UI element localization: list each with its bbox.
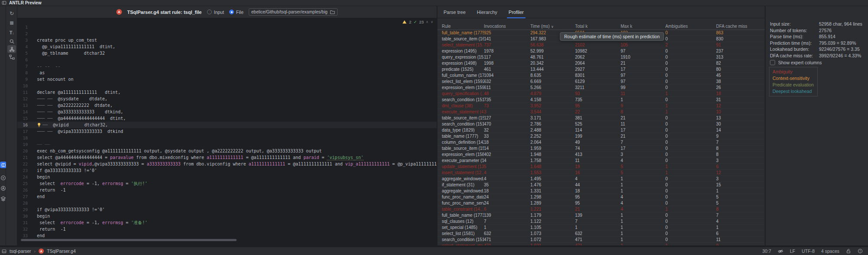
- next-problem-icon[interactable]: ∨: [431, 20, 433, 24]
- search-icon[interactable]: [7, 37, 16, 45]
- profiler-row[interactable]: sql_clauses (12)71.1227104: [437, 219, 765, 225]
- breadcrumb-file[interactable]: TSqlParser.g4: [47, 248, 76, 254]
- profiler-row[interactable]: select_statement (15...73756.63821021052…: [437, 42, 765, 48]
- code-line[interactable]: 1: [17, 24, 437, 30]
- code-line[interactable]: 12─── ── @sysdate dtdate,: [17, 96, 437, 102]
- column-header[interactable]: Rule: [437, 23, 484, 30]
- profiler-row[interactable]: update_statement (13...51.64819516: [437, 164, 765, 170]
- code-line[interactable]: 10: [17, 83, 437, 89]
- profiler-row[interactable]: data_type (1829)322.48811417014: [437, 127, 765, 133]
- code-line[interactable]: 15─── ── @a4444444444444444 dtint,: [17, 115, 437, 122]
- profiler-row[interactable]: search_condition (1516)4711.0724711011: [437, 237, 765, 243]
- code-line[interactable]: 13─── ── @a2222222222 dtdate,: [17, 102, 437, 109]
- profiler-row[interactable]: table_source_item (15...141.959741708: [437, 146, 765, 152]
- intention-bulb-icon[interactable]: [37, 122, 43, 129]
- panel-corner-icon[interactable]: [2, 249, 7, 254]
- horizontal-scrollbar[interactable]: [21, 239, 237, 241]
- line-ending-widget[interactable]: LF: [790, 248, 795, 254]
- profiler-row[interactable]: table_name (1777)332.2521992109: [437, 133, 765, 139]
- breadcrumb-project[interactable]: tsql-parser: [10, 248, 31, 254]
- profiler-row[interactable]: if_statement (31)351.476441015: [437, 182, 765, 188]
- profiler-row[interactable]: insert_statement (12...41.553165112: [437, 170, 765, 176]
- code-line[interactable]: 3create proc up_com_test: [17, 37, 437, 43]
- profiler-row[interactable]: column_definition (1421)182.06449707: [437, 139, 765, 146]
- code-line[interactable]: 27end: [17, 193, 437, 200]
- code-line[interactable]: 21select @a4444444444444444 = paravalue …: [17, 154, 437, 161]
- profiler-row[interactable]: table_constraint (14...61.22121418: [437, 206, 765, 212]
- code-line[interactable]: 29if @vipa333333333333 !='0': [17, 206, 437, 213]
- profiler-row[interactable]: query_expression (1527)11748.76120621910…: [437, 54, 765, 60]
- eye-off-icon[interactable]: [778, 248, 783, 254]
- scroll-to-source-icon[interactable]: T↓: [7, 29, 16, 36]
- column-header[interactable]: DFA cache miss: [716, 23, 765, 30]
- code-editor[interactable]: 123create proc up_com_test4 @p_vipa11111…: [17, 18, 437, 245]
- profiler-row[interactable]: full_column_name (17...10948.63583019704…: [437, 73, 765, 79]
- tab-hierarchy[interactable]: Hierarchy: [477, 6, 497, 18]
- code-line[interactable]: 33end: [17, 232, 437, 239]
- column-header[interactable]: Invocations: [484, 23, 530, 30]
- profiler-row[interactable]: query_specification (...484.8799311118: [437, 91, 765, 97]
- code-line[interactable]: 20exec nb_com_getsysconfig @a11111111111…: [17, 148, 437, 154]
- code-line[interactable]: 26 return -1: [17, 187, 437, 193]
- code-line[interactable]: 8 as: [17, 70, 437, 76]
- code-line[interactable]: 14─── ── @a333333333333 dtkind,: [17, 109, 437, 115]
- profiler-row[interactable]: set_special (1485)11.1051101: [437, 225, 765, 231]
- code-line[interactable]: 7-- -- --: [17, 63, 437, 70]
- profiler-row[interactable]: select_statement_sta...4711.021471119: [437, 243, 765, 245]
- code-line[interactable]: 24begin: [17, 174, 437, 180]
- code-line[interactable]: 18: [17, 135, 437, 141]
- profiler-row[interactable]: predicate (1525)46113.444292717080: [437, 66, 765, 73]
- profiler-row[interactable]: search_condition (1517)4702.78652511030: [437, 121, 765, 127]
- profiler-row[interactable]: aggregate_windowed...181.33118101: [437, 188, 765, 194]
- code-line[interactable]: 25 select errorcode = -1, errormsg = '执行…: [17, 180, 437, 187]
- code-line[interactable]: 28: [17, 200, 437, 206]
- code-line[interactable]: 17─── ── @vipa333333333333 dtkind: [17, 128, 437, 135]
- profiler-icon[interactable]: [7, 45, 16, 53]
- file-radio-group[interactable]: File: [229, 10, 243, 15]
- column-header[interactable]: Max k: [621, 23, 665, 30]
- input-radio[interactable]: [207, 10, 212, 14]
- tab-profiler[interactable]: Profiler: [509, 6, 524, 18]
- column-header[interactable]: Total k: [575, 23, 621, 30]
- code-line[interactable]: 31 select errorcode = -1, errormsg = '准备…: [17, 219, 437, 226]
- code-line[interactable]: 6: [17, 56, 437, 63]
- hierarchy-tree-icon[interactable]: [7, 53, 16, 61]
- encoding-widget[interactable]: UTF-8: [802, 248, 815, 254]
- notifications-icon[interactable]: [858, 248, 863, 254]
- column-header[interactable]: Ambiguities: [665, 23, 716, 30]
- run-tool-stripe-icon[interactable]: [0, 175, 6, 181]
- file-radio[interactable]: [229, 10, 234, 14]
- profiler-table-header[interactable]: RuleInvocationsTime (ms)∨Total kMax kAmb…: [437, 23, 765, 30]
- caret-position[interactable]: 30:7: [763, 248, 771, 254]
- profiler-row[interactable]: table_source_item (15...1273.17138121013: [437, 115, 765, 121]
- profiler-row[interactable]: execute_parameter (1...41.75811403: [437, 158, 765, 164]
- folder-icon[interactable]: [330, 10, 335, 15]
- antlr-tool-stripe-icon[interactable]: [0, 185, 6, 191]
- profiler-row[interactable]: dml_clause (38)733.952959112: [437, 103, 765, 109]
- input-file-field[interactable]: ebelice/Github/tsql-parser/examples/big.…: [249, 8, 338, 16]
- layers-stripe-icon[interactable]: [0, 195, 6, 202]
- column-header[interactable]: Time (ms)∨: [530, 23, 575, 30]
- expert-columns-row[interactable]: Show expert columns: [770, 60, 822, 65]
- code-line[interactable]: 22select @vipid = vipid,@vipa33333333333…: [17, 161, 437, 167]
- tab-parse-tree[interactable]: Parse tree: [444, 6, 466, 18]
- inspection-widget[interactable]: 2 ✓ 23 ∧ ∨: [402, 20, 433, 24]
- code-line[interactable]: 23if @a333333333333 !='0': [17, 167, 437, 174]
- code-line[interactable]: 2: [17, 30, 437, 37]
- profiler-row[interactable]: execute_statement (4...33.544228110: [437, 109, 765, 115]
- profiler-row[interactable]: aggregate_windowed...41.4954103: [437, 176, 765, 182]
- antlr-preview-stripe-button[interactable]: [0, 162, 7, 168]
- refresh-icon[interactable]: ↻: [7, 10, 16, 17]
- profiler-row[interactable]: select_list (1581)6321.073632106: [437, 231, 765, 237]
- profiler-row[interactable]: select_list_elem (1592)6326.669612997038: [437, 79, 765, 85]
- code-line[interactable]: 16── @vipid dtchar32,: [17, 122, 437, 128]
- code-line[interactable]: 4 @p_vipa1111111111111 dtint,: [17, 43, 437, 50]
- prev-problem-icon[interactable]: ∧: [426, 20, 428, 24]
- unlock-icon[interactable]: [846, 248, 851, 254]
- code-line[interactable]: 19── ──: [17, 141, 437, 148]
- profiler-row[interactable]: func_proc_name_serv...241.28995405: [437, 200, 765, 206]
- input-radio-group[interactable]: Input: [207, 10, 224, 15]
- profiler-row[interactable]: func_proc_name_data...241.29895405: [437, 194, 765, 200]
- code-line[interactable]: 9set nocount on: [17, 76, 437, 83]
- profiler-row[interactable]: full_table_name (1773)1391.179139107: [437, 212, 765, 219]
